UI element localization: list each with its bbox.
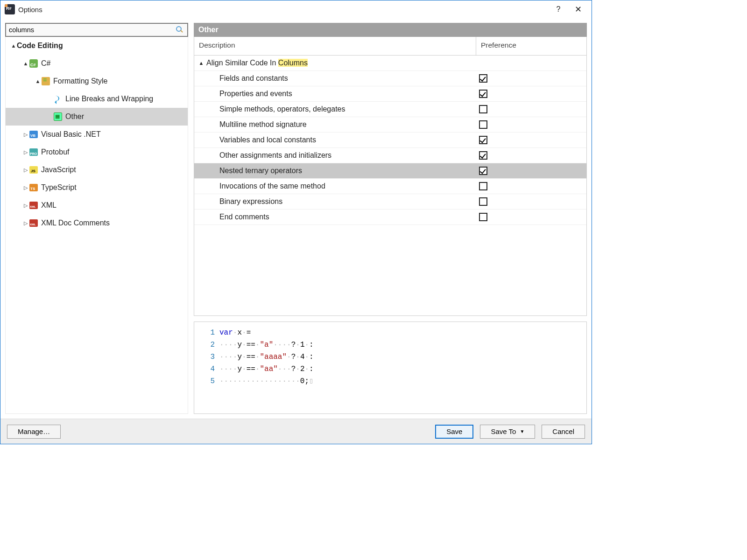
code-line: 1var·x·= — [201, 327, 580, 339]
vb-icon — [29, 130, 38, 139]
search-field-wrap — [5, 23, 188, 37]
ts-icon — [29, 183, 38, 192]
csharp-icon — [29, 59, 38, 68]
grid-row[interactable]: Simple methods, operators, delegates — [194, 102, 586, 117]
protobuf-icon — [29, 147, 38, 157]
preference-checkbox[interactable] — [479, 213, 487, 221]
tree-item-code-editing[interactable]: ▲ Code Editing — [6, 37, 188, 55]
preference-checkbox[interactable] — [479, 90, 487, 98]
preference-checkbox[interactable] — [479, 136, 487, 144]
grid-row[interactable]: Nested ternary operators — [194, 163, 586, 179]
preference-checkbox[interactable] — [479, 151, 487, 160]
footer: Manage… Save Save To▼ Cancel — [0, 419, 592, 444]
caret-down-icon: ▲ — [10, 43, 17, 49]
caret-down-icon: ▲ — [198, 60, 204, 66]
tree-item-protobuf[interactable]: ▷ Protobuf — [6, 143, 188, 161]
grid-row[interactable]: Other assignments and initializers — [194, 148, 586, 163]
grid-group-row[interactable]: ▲ Align Similar Code In Columns — [194, 56, 586, 71]
tree-item-xml[interactable]: ▷ XML — [6, 196, 188, 214]
tree-item-vb[interactable]: ▷ Visual Basic .NET — [6, 126, 188, 143]
titlebar: Options ? ✕ — [0, 0, 592, 18]
grid-row[interactable]: Multiline method signature — [194, 117, 586, 133]
grid-body: ▲ Align Similar Code In Columns Fields a… — [194, 56, 586, 315]
line-number: 2 — [201, 339, 215, 351]
save-button[interactable]: Save — [435, 425, 473, 439]
grid-row-label: Binary expressions — [219, 197, 282, 206]
preference-checkbox[interactable] — [479, 74, 487, 83]
grid-header-description: Description — [194, 37, 476, 55]
grid-row[interactable]: End comments — [194, 210, 586, 225]
grid-row-label: Other assignments and initializers — [219, 151, 331, 160]
tree-item-javascript[interactable]: ▷ JavaScript — [6, 161, 188, 179]
options-tree: ▲ Code Editing ▲ C# ▲ Formatting Style L… — [5, 37, 188, 414]
formatting-icon — [41, 77, 50, 86]
caret-down-icon: ▲ — [35, 78, 41, 84]
grid-row-label: Simple methods, operators, delegates — [219, 105, 345, 113]
tree-item-typescript[interactable]: ▷ TypeScript — [6, 179, 188, 196]
code-line: 3····y·==·"aaaa"·?·4·: — [201, 351, 580, 363]
caret-right-icon: ▷ — [22, 203, 29, 209]
search-icon[interactable] — [175, 25, 185, 35]
line-number: 3 — [201, 351, 215, 363]
tree-item-other[interactable]: Other — [6, 108, 188, 126]
grid-row-label: End comments — [219, 213, 269, 221]
grid-row-label: Multiline method signature — [219, 120, 307, 129]
grid-row[interactable]: Variables and local constants — [194, 133, 586, 148]
options-window: Options ? ✕ ▲ Code Editing ▲ C# ▲ — [0, 0, 592, 444]
grid-header: Description Preference — [194, 37, 586, 56]
line-number: 1 — [201, 327, 215, 339]
caret-down-icon: ▲ — [22, 61, 29, 66]
grid-row[interactable]: Fields and constants — [194, 71, 586, 86]
grid-group-label: Align Similar Code In Columns — [206, 59, 308, 67]
grid-row-label: Invocations of the same method — [219, 182, 325, 190]
js-icon — [29, 165, 38, 175]
xml-icon — [29, 201, 38, 210]
grid-row-label: Properties and events — [219, 90, 292, 98]
tree-item-line-breaks[interactable]: Line Breaks and Wrapping — [6, 90, 188, 108]
right-panel: Other Description Preference ▲ Align Sim… — [194, 23, 587, 414]
grid-header-preference: Preference — [476, 37, 586, 55]
left-panel: ▲ Code Editing ▲ C# ▲ Formatting Style L… — [5, 23, 188, 414]
section-header: Other — [194, 23, 587, 37]
preference-checkbox[interactable] — [479, 105, 487, 113]
window-title: Options — [18, 6, 549, 14]
line-number: 4 — [201, 363, 215, 375]
preference-checkbox[interactable] — [479, 197, 487, 206]
xml-icon — [29, 218, 38, 228]
help-button[interactable]: ? — [549, 2, 568, 16]
grid-row-label: Nested ternary operators — [219, 167, 302, 175]
content-area: ▲ Code Editing ▲ C# ▲ Formatting Style L… — [0, 18, 592, 419]
grid-row[interactable]: Invocations of the same method — [194, 179, 586, 194]
save-to-button[interactable]: Save To▼ — [480, 425, 535, 439]
preference-checkbox[interactable] — [479, 120, 487, 129]
line-number: 5 — [201, 375, 215, 387]
preference-checkbox[interactable] — [479, 167, 487, 175]
other-icon — [53, 112, 63, 121]
grid-row-label: Variables and local constants — [219, 136, 316, 144]
grid-row[interactable]: Binary expressions — [194, 194, 586, 210]
grid-row[interactable]: Properties and events — [194, 86, 586, 102]
code-preview: 1var·x·=2····y·==·"a"····?·1·:3····y·==·… — [194, 322, 587, 414]
code-line: 4····y·==·"aa"···?·2·: — [201, 363, 580, 375]
grid-row-label: Fields and constants — [219, 74, 288, 83]
manage-button[interactable]: Manage… — [7, 425, 61, 439]
section-title: Other — [198, 26, 218, 34]
caret-right-icon: ▷ — [22, 185, 29, 191]
code-line: 2····y·==·"a"····?·1·: — [201, 339, 580, 351]
search-input[interactable] — [6, 24, 173, 36]
wrap-icon — [53, 94, 63, 104]
preference-checkbox[interactable] — [479, 182, 487, 190]
app-icon — [4, 4, 15, 15]
tree-item-csharp[interactable]: ▲ C# — [6, 55, 188, 72]
caret-right-icon: ▷ — [22, 220, 29, 226]
tree-item-formatting-style[interactable]: ▲ Formatting Style — [6, 72, 188, 90]
caret-right-icon: ▷ — [22, 167, 29, 173]
caret-right-icon: ▷ — [22, 149, 29, 155]
tree-item-xml-doc[interactable]: ▷ XML Doc Comments — [6, 214, 188, 232]
caret-right-icon: ▷ — [22, 132, 29, 138]
cancel-button[interactable]: Cancel — [542, 425, 585, 439]
code-line: 5··················0;▯ — [201, 375, 580, 387]
preferences-grid: Description Preference ▲ Align Similar C… — [194, 37, 587, 316]
close-button[interactable]: ✕ — [568, 2, 588, 16]
chevron-down-icon: ▼ — [520, 429, 524, 434]
